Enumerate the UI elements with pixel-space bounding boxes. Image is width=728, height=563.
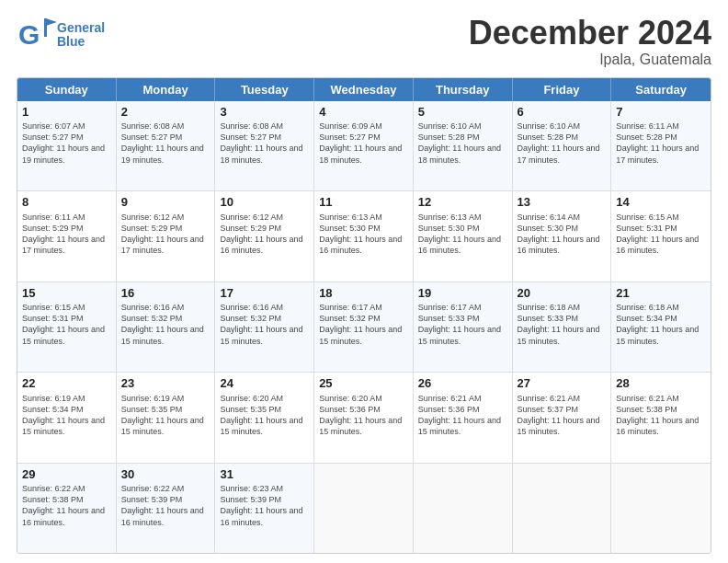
empty-cell (611, 464, 711, 553)
cell-info: Sunrise: 6:09 AMSunset: 5:27 PMDaylight:… (319, 121, 408, 166)
day-cell-16: 16Sunrise: 6:16 AMSunset: 5:32 PMDayligh… (117, 282, 216, 372)
sunrise-text: Sunrise: 6:08 AM (220, 121, 283, 131)
daylight-text: Daylight: 11 hours and 16 minutes. (319, 235, 402, 255)
header: G General Blue December 2024 Ipala, Guat… (17, 15, 711, 68)
day-number: 8 (22, 195, 111, 210)
day-number: 6 (518, 105, 607, 120)
cell-info: Sunrise: 6:20 AMSunset: 5:36 PMDaylight:… (319, 393, 408, 438)
sunrise-text: Sunrise: 6:22 AM (121, 484, 185, 493)
daylight-text: Daylight: 11 hours and 15 minutes. (121, 325, 204, 345)
sunrise-text: Sunrise: 6:19 AM (22, 394, 85, 403)
cell-info: Sunrise: 6:22 AMSunset: 5:39 PMDaylight:… (121, 483, 210, 528)
sunrise-text: Sunrise: 6:20 AM (220, 394, 283, 403)
sunrise-text: Sunrise: 6:21 AM (518, 394, 581, 403)
cell-info: Sunrise: 6:16 AMSunset: 5:32 PMDaylight:… (220, 302, 309, 347)
day-cell-23: 23Sunrise: 6:19 AMSunset: 5:35 PMDayligh… (117, 373, 216, 462)
day-number: 9 (121, 195, 210, 210)
daylight-text: Daylight: 11 hours and 15 minutes. (418, 416, 501, 436)
day-cell-17: 17Sunrise: 6:16 AMSunset: 5:32 PMDayligh… (215, 282, 314, 372)
daylight-text: Daylight: 11 hours and 16 minutes. (121, 506, 204, 526)
sunrise-text: Sunrise: 6:18 AM (616, 303, 679, 312)
daylight-text: Daylight: 11 hours and 15 minutes. (121, 416, 204, 436)
sunset-text: Sunset: 5:27 PM (121, 132, 183, 142)
day-cell-10: 10Sunrise: 6:12 AMSunset: 5:29 PMDayligh… (215, 191, 314, 281)
calendar-week-2: 8Sunrise: 6:11 AMSunset: 5:29 PMDaylight… (17, 191, 711, 282)
day-cell-21: 21Sunrise: 6:18 AMSunset: 5:34 PMDayligh… (611, 282, 711, 372)
sunset-text: Sunset: 5:30 PM (418, 224, 480, 233)
calendar-body: 1Sunrise: 6:07 AMSunset: 5:27 PMDaylight… (17, 101, 711, 553)
logo-icon: G (17, 15, 57, 55)
day-cell-28: 28Sunrise: 6:21 AMSunset: 5:38 PMDayligh… (611, 373, 711, 462)
cell-info: Sunrise: 6:18 AMSunset: 5:34 PMDaylight:… (616, 302, 706, 347)
cell-info: Sunrise: 6:11 AMSunset: 5:28 PMDaylight:… (616, 121, 706, 166)
svg-marker-1 (46, 18, 57, 26)
sunset-text: Sunset: 5:31 PM (22, 314, 84, 323)
daylight-text: Daylight: 11 hours and 17 minutes. (616, 144, 699, 164)
sunset-text: Sunset: 5:32 PM (220, 314, 281, 323)
cell-info: Sunrise: 6:23 AMSunset: 5:39 PMDaylight:… (220, 483, 309, 528)
daylight-text: Daylight: 11 hours and 16 minutes. (22, 506, 105, 526)
day-cell-6: 6Sunrise: 6:10 AMSunset: 5:28 PMDaylight… (513, 101, 612, 190)
day-number: 30 (121, 467, 210, 482)
daylight-text: Daylight: 11 hours and 15 minutes. (319, 416, 402, 436)
cell-info: Sunrise: 6:11 AMSunset: 5:29 PMDaylight:… (22, 212, 111, 257)
day-number: 29 (22, 467, 111, 482)
day-header-friday: Friday (513, 78, 612, 101)
daylight-text: Daylight: 11 hours and 17 minutes. (121, 235, 204, 255)
svg-text:G: G (18, 19, 40, 50)
cell-info: Sunrise: 6:19 AMSunset: 5:35 PMDaylight:… (121, 393, 210, 438)
daylight-text: Daylight: 11 hours and 15 minutes. (220, 325, 302, 345)
sunset-text: Sunset: 5:29 PM (220, 224, 281, 233)
day-header-thursday: Thursday (414, 78, 513, 101)
sunrise-text: Sunrise: 6:12 AM (220, 213, 283, 222)
day-header-tuesday: Tuesday (215, 78, 314, 101)
day-cell-18: 18Sunrise: 6:17 AMSunset: 5:32 PMDayligh… (314, 282, 414, 372)
daylight-text: Daylight: 11 hours and 18 minutes. (220, 144, 302, 164)
sunset-text: Sunset: 5:31 PM (616, 224, 677, 233)
sunset-text: Sunset: 5:35 PM (220, 405, 281, 414)
sunrise-text: Sunrise: 6:10 AM (518, 121, 581, 131)
logo-blue-text: Blue (57, 35, 105, 49)
sunset-text: Sunset: 5:39 PM (220, 495, 281, 504)
day-cell-22: 22Sunrise: 6:19 AMSunset: 5:34 PMDayligh… (17, 373, 117, 462)
sunset-text: Sunset: 5:36 PM (319, 405, 381, 414)
day-cell-13: 13Sunrise: 6:14 AMSunset: 5:30 PMDayligh… (513, 191, 612, 281)
cell-info: Sunrise: 6:10 AMSunset: 5:28 PMDaylight:… (518, 121, 607, 166)
daylight-text: Daylight: 11 hours and 16 minutes. (220, 235, 302, 255)
sunset-text: Sunset: 5:39 PM (121, 495, 183, 504)
empty-cell (314, 464, 414, 553)
cell-info: Sunrise: 6:21 AMSunset: 5:36 PMDaylight:… (418, 393, 507, 438)
day-number: 27 (518, 376, 607, 391)
day-cell-31: 31Sunrise: 6:23 AMSunset: 5:39 PMDayligh… (215, 464, 314, 553)
sunset-text: Sunset: 5:33 PM (418, 314, 480, 323)
cell-info: Sunrise: 6:20 AMSunset: 5:35 PMDaylight:… (220, 393, 309, 438)
day-number: 14 (616, 195, 706, 210)
sunrise-text: Sunrise: 6:07 AM (22, 121, 85, 131)
logo-general-text: General (57, 21, 105, 35)
day-cell-7: 7Sunrise: 6:11 AMSunset: 5:28 PMDaylight… (611, 101, 711, 190)
daylight-text: Daylight: 11 hours and 17 minutes. (518, 144, 600, 164)
daylight-text: Daylight: 11 hours and 15 minutes. (616, 325, 699, 345)
day-cell-3: 3Sunrise: 6:08 AMSunset: 5:27 PMDaylight… (215, 101, 314, 190)
daylight-text: Daylight: 11 hours and 19 minutes. (121, 144, 204, 164)
sunrise-text: Sunrise: 6:18 AM (518, 303, 581, 312)
day-number: 10 (220, 195, 309, 210)
page: G General Blue December 2024 Ipala, Guat… (0, 0, 728, 563)
daylight-text: Daylight: 11 hours and 15 minutes. (319, 325, 402, 345)
title-block: December 2024 Ipala, Guatemala (469, 15, 711, 68)
sunset-text: Sunset: 5:28 PM (518, 132, 579, 142)
sunset-text: Sunset: 5:28 PM (616, 132, 677, 142)
daylight-text: Daylight: 11 hours and 16 minutes. (418, 235, 501, 255)
cell-info: Sunrise: 6:10 AMSunset: 5:28 PMDaylight:… (418, 121, 507, 166)
day-header-monday: Monday (117, 78, 216, 101)
cell-info: Sunrise: 6:08 AMSunset: 5:27 PMDaylight:… (220, 121, 309, 166)
day-cell-15: 15Sunrise: 6:15 AMSunset: 5:31 PMDayligh… (17, 282, 117, 372)
sunset-text: Sunset: 5:38 PM (22, 495, 84, 504)
sunrise-text: Sunrise: 6:13 AM (418, 213, 482, 222)
location-title: Ipala, Guatemala (469, 52, 711, 68)
day-number: 18 (319, 286, 408, 301)
sunset-text: Sunset: 5:32 PM (121, 314, 183, 323)
day-number: 17 (220, 286, 309, 301)
cell-info: Sunrise: 6:17 AMSunset: 5:33 PMDaylight:… (418, 302, 507, 347)
sunset-text: Sunset: 5:32 PM (319, 314, 381, 323)
